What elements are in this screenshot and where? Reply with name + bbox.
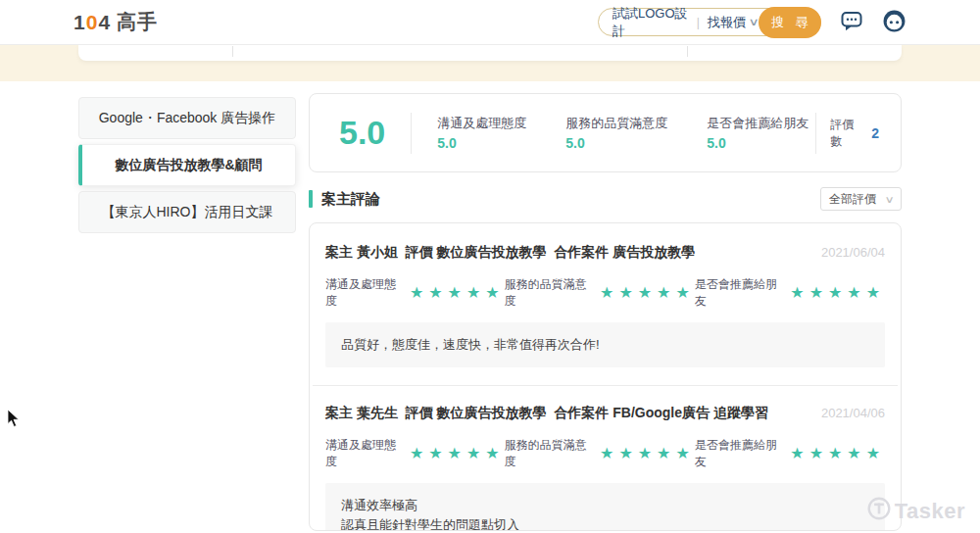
review-separator [313,385,898,386]
brand-logo[interactable]: 104 高手 [74,9,158,35]
sidebar-item-japanese-course[interactable]: 【東京人HIRO】活用日文課 [78,191,296,233]
rating-recommend: 是否會推薦給朋友 ★★★★★ [695,276,885,310]
category-score: 5.0 [437,135,526,151]
rating-categories: 溝通及處理態度 5.0 服務的品質滿意度 5.0 是否會推薦給朋友 5.0 [437,115,808,151]
logo-digit-4: 4 [98,11,111,34]
category-score: 5.0 [707,135,808,151]
reviews-section-title: 案主評論 [309,190,380,209]
search-button[interactable]: 搜 尋 [759,7,821,38]
review-header: 案主 黃小姐 評價 數位廣告投放教學 合作案件 廣告投放教學 2021/06/0… [325,244,885,262]
star-rating-icons: ★★★★★ [790,285,885,301]
search-placeholder-text: 試試LOGO設計 [612,5,689,40]
review-count: 評價數 2 [815,113,879,154]
brand-name: 高手 [117,9,158,35]
title-accent-bar [309,190,313,208]
search-category-dropdown[interactable]: 找報價 ∨ [708,14,758,31]
star-rating-icons: ★★★★★ [410,446,505,461]
sidebar-item-label: 【東京人HIRO】活用日文課 [102,204,273,221]
chat-icon [840,9,863,35]
divider [411,113,412,154]
search-category-label: 找報價 [708,14,746,31]
star-rating-icons: ★★★★★ [600,285,695,301]
review-item: 案主 葉先生 評價 數位廣告投放教學 合作案件 FB/Google廣告 追蹤學習… [325,405,885,531]
sidebar-item-label: 數位廣告投放教學&顧問 [115,157,262,174]
review-count-label: 評價數 [830,117,863,150]
star-rating-icons: ★★★★★ [600,446,695,461]
chevron-down-icon: ∨ [748,16,759,28]
tasker-watermark: Tasker [866,496,965,527]
review-date: 2021/06/04 [821,245,885,260]
star-rating-icons: ★★★★★ [790,446,885,461]
rating-label: 溝通及處理態度 [325,437,402,470]
chat-button[interactable] [840,9,863,35]
rating-label: 服務的品質滿意度 [505,437,592,470]
rating-label: 是否會推薦給朋友 [695,276,782,310]
service-sidebar: Google・Facebook 廣告操作 數位廣告投放教學&顧問 【東京人HIR… [78,97,296,238]
rating-label: 溝通及處理態度 [325,276,402,310]
logo-digit-1: 1 [74,11,86,34]
review-comment: 溝通效率極高 認真且能針對學生的問題點切入 幫助學習 [325,483,885,531]
avatar-icon [882,9,906,36]
rating-quality: 服務的品質滿意度 ★★★★★ [505,437,695,470]
review-title: 案主 黃小姐 評價 數位廣告投放教學 合作案件 廣告投放教學 [325,244,695,262]
category-label: 是否會推薦給朋友 [707,115,808,132]
review-date: 2021/04/06 [821,406,885,420]
rating-recommend: 是否會推薦給朋友 ★★★★★ [695,437,885,470]
rating-label: 服務的品質滿意度 [505,276,592,310]
overall-score: 5.0 [339,114,385,152]
section-title-text: 案主評論 [321,190,380,209]
sidebar-item-label: Google・Facebook 廣告操作 [99,110,276,127]
review-panel: 5.0 溝通及處理態度 5.0 服務的品質滿意度 5.0 是否會推薦給朋友 5.… [309,93,902,531]
search-input[interactable]: 試試LOGO設計 | 找報價 ∨ 搜 尋 [598,8,821,36]
star-rating-icons: ★★★★★ [410,285,505,301]
review-ratings: 溝通及處理態度 ★★★★★ 服務的品質滿意度 ★★★★★ 是否會推薦給朋友 ★★… [325,276,885,310]
rating-category-quality: 服務的品質滿意度 5.0 [565,115,667,151]
rating-category-recommend: 是否會推薦給朋友 5.0 [707,115,808,151]
rating-quality: 服務的品質滿意度 ★★★★★ [505,276,695,310]
category-label: 服務的品質滿意度 [565,115,667,132]
watermark-text: Tasker [895,499,965,524]
review-ratings: 溝通及處理態度 ★★★★★ 服務的品質滿意度 ★★★★★ 是否會推薦給朋友 ★★… [325,437,885,470]
mouse-cursor [7,409,21,432]
rating-label: 是否會推薦給朋友 [695,437,782,470]
rating-communication: 溝通及處理態度 ★★★★★ [325,276,505,310]
review-filter-select[interactable]: 全部評價 ∨ [820,187,902,211]
sidebar-item-google-facebook-ads[interactable]: Google・Facebook 廣告操作 [78,97,296,139]
header-actions: 試試LOGO設計 | 找報價 ∨ 搜 尋 [598,8,906,36]
filter-selected-value: 全部評價 [829,191,876,208]
chevron-down-icon: ∨ [884,194,894,205]
content-tabbar-partial [78,45,902,61]
category-score: 5.0 [565,135,667,151]
review-count-value: 2 [871,125,879,141]
review-title: 案主 葉先生 評價 數位廣告投放教學 合作案件 FB/Google廣告 追蹤學習 [325,405,768,422]
tasker-logo-icon [866,496,895,527]
tabbar-separator [232,46,233,57]
search-divider: | [697,16,700,29]
category-label: 溝通及處理態度 [437,115,526,132]
top-header: 104 高手 試試LOGO設計 | 找報價 ∨ 搜 尋 [0,0,980,45]
rating-communication: 溝通及處理態度 ★★★★★ [325,437,505,470]
review-header: 案主 葉先生 評價 數位廣告投放教學 合作案件 FB/Google廣告 追蹤學習… [325,405,885,422]
logo-digit-0: 0 [86,11,99,34]
review-comment: 品質好，態度佳，速度快，非常值得再次合作! [325,322,885,367]
sidebar-item-digital-ads-teaching[interactable]: 數位廣告投放教學&顧問 [78,144,296,186]
rating-summary-card: 5.0 溝通及處理態度 5.0 服務的品質滿意度 5.0 是否會推薦給朋友 5.… [309,93,902,172]
review-item: 案主 黃小姐 評價 數位廣告投放教學 合作案件 廣告投放教學 2021/06/0… [325,244,885,367]
reviews-section-head: 案主評論 全部評價 ∨ [309,185,902,213]
page-hero-band [0,45,980,81]
account-button[interactable] [882,9,906,36]
tabbar-separator [687,46,688,57]
divider [815,113,816,154]
rating-category-communication: 溝通及處理態度 5.0 [437,115,526,151]
reviews-list-card: 案主 黃小姐 評價 數位廣告投放教學 合作案件 廣告投放教學 2021/06/0… [309,222,902,531]
